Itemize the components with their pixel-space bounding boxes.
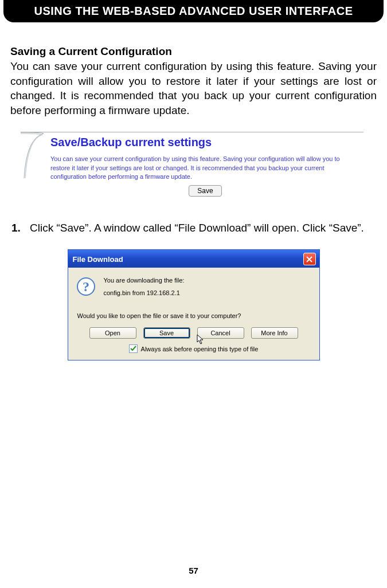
- section-body: You can save your current configuration …: [10, 59, 377, 118]
- open-button[interactable]: Open: [89, 327, 136, 339]
- question-icon: ?: [76, 277, 96, 297]
- step-number: 1.: [11, 222, 30, 234]
- step-text: Click “Save”. A window called “File Down…: [30, 222, 364, 234]
- file-download-dialog: File Download ? You are downloading the …: [68, 249, 320, 360]
- save-button[interactable]: Save: [143, 327, 190, 339]
- page-content: Saving a Current Configuration You can s…: [0, 22, 387, 360]
- checkbox-label: Always ask before opening this type of f…: [141, 346, 259, 352]
- download-line2: config.bin from 192.168.2.1: [104, 289, 185, 296]
- dialog-checkbox-row: Always ask before opening this type of f…: [76, 344, 311, 353]
- download-line1: You are downloading the file:: [104, 277, 185, 284]
- close-icon[interactable]: [303, 253, 316, 265]
- dialog-text: You are downloading the file: config.bin…: [104, 277, 185, 302]
- more-info-button[interactable]: More Info: [251, 327, 298, 339]
- panel-heading: Save/Backup current settings: [50, 136, 360, 149]
- page-header: USING THE WEB-BASED ADVANCED USER INTERF…: [3, 0, 384, 22]
- dialog-question: Would you like to open the file or save …: [76, 312, 311, 319]
- panel-button-row: Save: [50, 185, 360, 197]
- dialog-body: ? You are downloading the file: config.b…: [68, 268, 319, 360]
- panel-save-button[interactable]: Save: [189, 185, 221, 197]
- section-title: Saving a Current Configuration: [10, 45, 377, 58]
- always-ask-checkbox[interactable]: [129, 344, 138, 353]
- panel-curve-graphic: [21, 132, 46, 178]
- page-number: 57: [0, 566, 387, 575]
- cancel-button[interactable]: Cancel: [197, 327, 244, 339]
- svg-text:?: ?: [83, 279, 89, 294]
- settings-panel: Save/Backup current settings You can sav…: [21, 132, 363, 197]
- dialog-title: File Download: [73, 255, 123, 264]
- header-title: USING THE WEB-BASED ADVANCED USER INTERF…: [34, 5, 353, 17]
- step-1: 1. Click “Save”. A window called “File D…: [10, 222, 377, 234]
- dialog-titlebar: File Download: [68, 250, 319, 268]
- panel-content: Save/Backup current settings You can sav…: [21, 132, 363, 197]
- panel-text: You can save your current configuration …: [50, 155, 360, 182]
- dialog-buttons: Open Save Cancel More Info: [76, 327, 311, 339]
